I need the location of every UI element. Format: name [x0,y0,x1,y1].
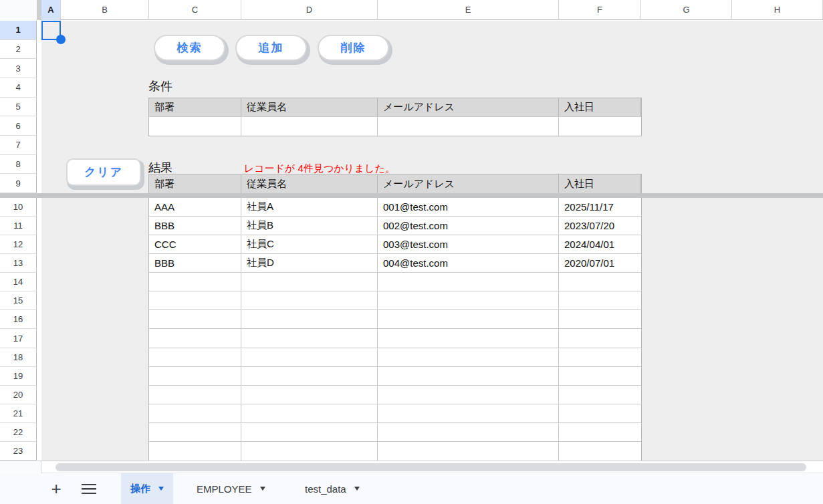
row-header-3[interactable]: 3 [0,59,37,78]
results-empty-cell[interactable] [559,329,641,347]
results-data-cell[interactable]: 2024/04/01 [559,235,641,253]
results-empty-cell[interactable] [241,386,378,404]
results-empty-cell[interactable] [378,291,559,309]
results-empty-cell[interactable] [241,348,378,366]
row-header-5[interactable]: 5 [0,98,37,117]
column-header-F[interactable]: F [559,0,641,20]
column-header-H[interactable]: H [732,0,823,20]
results-empty-cell[interactable] [559,386,641,404]
results-data-cell[interactable]: 2025/11/17 [559,198,641,216]
row-header-8[interactable]: 8 [0,155,37,174]
results-empty-cell[interactable] [559,273,641,291]
results-empty-cell[interactable] [559,291,641,309]
results-empty-cell[interactable] [149,348,241,366]
results-data-cell[interactable]: BBB [149,217,241,235]
results-empty-cell[interactable] [149,329,241,347]
results-empty-cell[interactable] [378,442,559,461]
horizontal-scrollbar-thumb[interactable] [55,463,806,471]
row-header-14[interactable]: 14 [0,273,37,291]
sheet-tab-EMPLOYEE[interactable]: EMPLOYEE [187,473,275,504]
delete-button[interactable]: 削除 [318,35,389,61]
search-button[interactable]: 検索 [154,35,225,61]
row-header-20[interactable]: 20 [0,386,37,404]
row-header-7[interactable]: 7 [0,136,37,155]
results-empty-cell[interactable] [149,442,241,461]
results-data-cell[interactable]: 社員C [241,235,378,253]
results-empty-cell[interactable] [149,404,241,422]
results-data-cell[interactable]: 002@test.com [378,217,559,235]
results-empty-cell[interactable] [559,348,641,366]
column-header-A[interactable]: A [41,0,61,20]
results-empty-cell[interactable] [149,423,241,441]
row-header-4[interactable]: 4 [0,78,37,98]
results-empty-cell[interactable] [149,291,241,309]
results-empty-cell[interactable] [378,273,559,291]
add-sheet-button[interactable]: + [47,473,66,504]
results-data-cell[interactable]: 社員A [241,198,378,216]
condition-input-cell[interactable] [241,117,378,136]
results-data-cell[interactable]: BBB [149,254,241,272]
row-header-2[interactable]: 2 [0,40,37,59]
sheet-tab-操作[interactable]: 操作 [121,473,173,504]
results-empty-cell[interactable] [378,404,559,422]
results-empty-cell[interactable] [378,348,559,366]
results-empty-cell[interactable] [149,310,241,328]
results-empty-cell[interactable] [559,404,641,422]
results-empty-cell[interactable] [378,329,559,347]
results-data-cell[interactable]: 2020/07/01 [559,254,641,272]
select-all-corner[interactable] [0,0,37,20]
results-empty-cell[interactable] [241,273,378,291]
results-empty-cell[interactable] [378,367,559,385]
column-header-B[interactable]: B [61,0,149,20]
row-header-18[interactable]: 18 [0,348,37,367]
results-empty-cell[interactable] [149,386,241,404]
results-empty-cell[interactable] [241,423,378,441]
results-empty-cell[interactable] [149,367,241,385]
row-header-21[interactable]: 21 [0,404,37,423]
results-empty-cell[interactable] [559,423,641,441]
condition-input-cell[interactable] [149,117,241,136]
row-header-10[interactable]: 10 [0,198,37,217]
results-data-cell[interactable]: 004@test.com [378,254,559,272]
column-header-G[interactable]: G [641,0,732,20]
results-empty-cell[interactable] [241,310,378,328]
results-empty-cell[interactable] [241,367,378,385]
results-data-cell[interactable]: CCC [149,235,241,253]
row-header-17[interactable]: 17 [0,329,37,348]
row-header-1[interactable]: 1 [0,21,37,40]
column-header-D[interactable]: D [241,0,378,20]
add-button[interactable]: 追加 [235,35,307,61]
clear-button[interactable]: クリア [66,158,141,186]
row-header-23[interactable]: 23 [0,442,37,461]
column-header-C[interactable]: C [149,0,241,20]
results-data-cell[interactable]: 社員D [241,254,378,272]
row-header-12[interactable]: 12 [0,235,37,254]
results-data-cell[interactable]: AAA [149,198,241,216]
results-data-cell[interactable]: 001@test.com [378,198,559,216]
condition-input-cell[interactable] [559,117,641,136]
results-empty-cell[interactable] [149,273,241,291]
row-header-9[interactable]: 9 [0,174,37,193]
results-empty-cell[interactable] [241,291,378,309]
selection-handle-icon[interactable] [56,35,66,44]
results-empty-cell[interactable] [559,442,641,461]
results-data-cell[interactable]: 社員B [241,217,378,235]
column-header-E[interactable]: E [378,0,559,20]
results-empty-cell[interactable] [241,329,378,347]
sheet-tab-test_data[interactable]: test_data [296,473,369,504]
results-empty-cell[interactable] [378,423,559,441]
results-data-cell[interactable]: 2023/07/20 [559,217,641,235]
condition-input-cell[interactable] [378,117,559,136]
frozen-rows-divider[interactable] [0,193,823,198]
row-header-6[interactable]: 6 [0,116,37,136]
row-header-16[interactable]: 16 [0,310,37,329]
row-header-22[interactable]: 22 [0,423,37,442]
results-empty-cell[interactable] [378,310,559,328]
results-empty-cell[interactable] [378,386,559,404]
all-sheets-menu-button[interactable] [79,473,99,504]
results-empty-cell[interactable] [241,442,378,461]
row-header-13[interactable]: 13 [0,254,37,273]
row-header-19[interactable]: 19 [0,367,37,386]
results-data-cell[interactable]: 003@test.com [378,235,559,253]
row-header-11[interactable]: 11 [0,217,37,235]
